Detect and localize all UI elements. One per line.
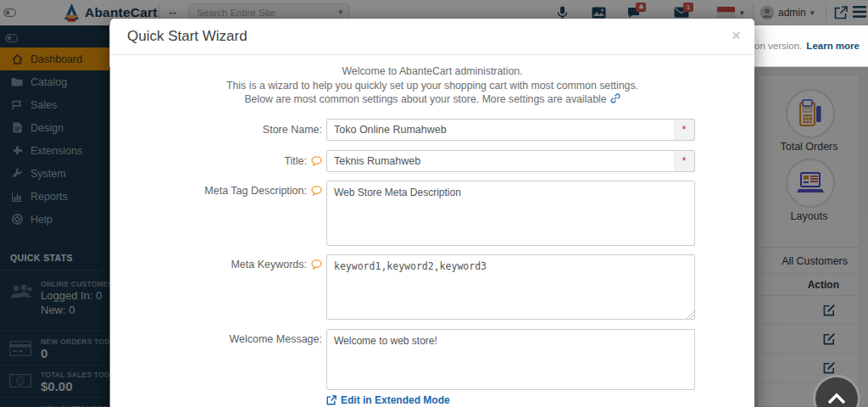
edit-extended-mode-link[interactable]: Edit in Extended Mode [326,394,450,406]
wizard-intro: Welcome to AbanteCart administration. Th… [110,64,754,107]
chevron-up-icon [827,393,846,404]
banner-text: on version. [754,41,802,51]
help-bubble-icon[interactable] [311,259,322,270]
meta-keywords-textarea[interactable]: keyword1,keyword2,keyword3 [326,254,695,320]
title-input[interactable] [326,150,675,172]
form-row-store-name: Store Name: * [110,119,754,141]
settings-link-icon[interactable] [610,93,620,103]
form-row-title: Title: * [110,150,754,172]
required-marker: * [674,150,695,172]
form-row-meta-keywords: Meta Keywords: keyword1,keyword2,keyword… [110,254,754,320]
learn-more-link[interactable]: Learn more [806,41,860,51]
modal-title: Quick Start Wizard [127,28,248,45]
intro-line: This is a wizard to help you quickly set… [110,79,754,93]
form-row-meta-description: Meta Tag Description: Web Store Meta Des… [110,181,754,246]
resize-handle[interactable] [687,311,694,319]
help-bubble-icon[interactable] [311,186,322,196]
store-name-input[interactable] [326,119,675,141]
close-icon[interactable]: × [732,26,741,45]
required-marker: * [674,119,695,141]
form-row-welcome-message: Welcome Message: Welcome to web store! [110,329,754,390]
help-bubble-icon[interactable] [311,156,322,166]
intro-line: Welcome to AbanteCart administration. [110,64,754,79]
meta-description-label: Meta Tag Description: [110,185,322,197]
store-name-label: Store Name: [110,119,322,141]
meta-description-textarea[interactable]: Web Store Meta Description [326,181,695,246]
modal-header: Quick Start Wizard × [110,19,754,55]
title-label: Title: [110,150,322,172]
welcome-message-label: Welcome Message: [110,333,322,345]
quick-start-wizard-modal: Quick Start Wizard × Welcome to AbanteCa… [110,19,754,407]
external-link-icon [326,395,337,405]
intro-line: Below are most common settings about you… [110,92,754,107]
welcome-message-textarea[interactable]: Welcome to web store! [326,329,695,390]
meta-keywords-label: Meta Keywords: [110,259,322,270]
